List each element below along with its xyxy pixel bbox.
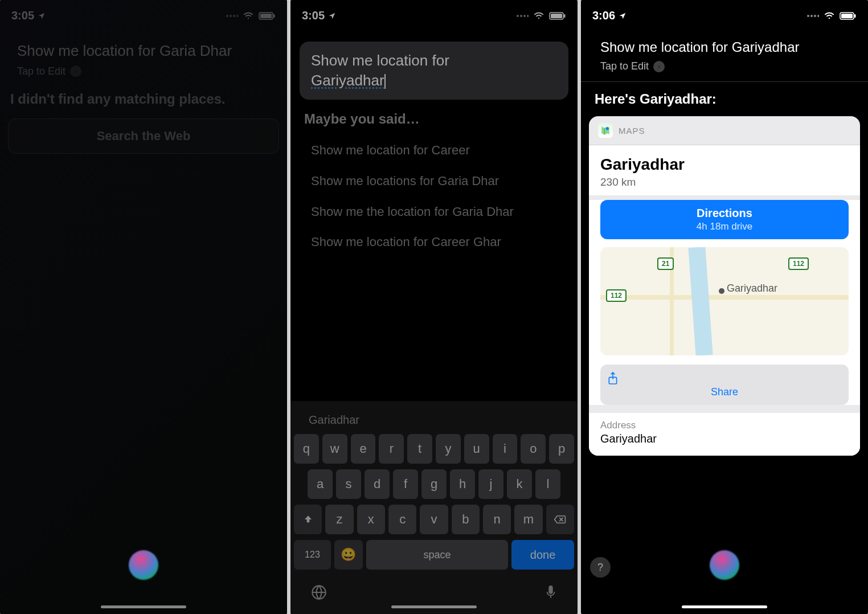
key-v[interactable]: v — [420, 505, 448, 534]
key-s[interactable]: s — [336, 469, 361, 499]
key-m[interactable]: m — [514, 505, 542, 534]
key-q[interactable]: q — [294, 434, 319, 464]
key-a[interactable]: a — [308, 469, 333, 499]
siri-orb-icon[interactable] — [710, 550, 739, 580]
key-space[interactable]: space — [366, 540, 508, 570]
route-shield: 21 — [657, 257, 674, 270]
svg-point-18 — [807, 15, 809, 17]
suggestion-item[interactable]: Show me locations for Garia Dhar — [306, 166, 562, 197]
siri-query-block[interactable]: Show me location for Gariyadhar Tap to E… — [581, 31, 868, 76]
svg-point-9 — [520, 15, 522, 17]
key-done[interactable]: done — [511, 540, 574, 570]
key-e[interactable]: e — [351, 434, 376, 464]
maps-app-icon — [598, 123, 613, 138]
search-the-web-button[interactable]: Search the Web — [8, 118, 279, 154]
key-d[interactable]: d — [365, 469, 390, 499]
maps-label: MAPS — [619, 126, 645, 136]
key-k[interactable]: k — [507, 469, 532, 499]
key-u[interactable]: u — [464, 434, 489, 464]
wifi-icon — [533, 12, 544, 20]
chevron-right-icon: › — [653, 61, 665, 72]
key-f[interactable]: f — [393, 469, 418, 499]
status-time: 3:06 — [592, 9, 615, 22]
key-y[interactable]: y — [436, 434, 461, 464]
battery-icon — [549, 12, 566, 20]
share-button[interactable]: Share — [600, 365, 849, 405]
globe-icon[interactable] — [311, 584, 327, 600]
home-indicator[interactable] — [101, 605, 186, 608]
key-w[interactable]: w — [322, 434, 347, 464]
siri-query-text: Show me location for Gariyadhar — [600, 38, 849, 56]
svg-point-19 — [810, 15, 813, 17]
status-bar: 3:05 — [290, 0, 578, 31]
siri-query-block[interactable]: Show me location for Garia Dhar Tap to E… — [0, 31, 287, 83]
text-cursor — [384, 74, 386, 89]
key-x[interactable]: x — [357, 505, 385, 534]
microphone-icon[interactable] — [544, 584, 557, 600]
directions-label: Directions — [607, 207, 842, 220]
key-r[interactable]: r — [379, 434, 404, 464]
cellular-icon — [516, 13, 529, 19]
map-preview[interactable]: 21 112 112 Gariyadhar — [600, 247, 849, 355]
route-shield: 112 — [788, 257, 809, 270]
tap-to-edit[interactable]: Tap to Edit › — [600, 60, 849, 72]
cellular-icon — [806, 13, 819, 19]
maybe-you-said-label: Maybe you said… — [290, 111, 578, 135]
map-city-label: Gariyadhar — [727, 283, 777, 294]
svg-rect-15 — [564, 14, 566, 18]
home-indicator[interactable] — [682, 605, 767, 608]
svg-point-12 — [538, 17, 539, 18]
map-road — [600, 295, 849, 300]
help-button[interactable]: ? — [590, 557, 611, 578]
key-shift[interactable] — [294, 505, 322, 534]
wifi-icon — [824, 12, 835, 20]
place-distance: 230 km — [600, 176, 849, 189]
maps-card: MAPS Gariyadhar 230 km Directions 4h 18m… — [589, 116, 860, 456]
key-b[interactable]: b — [452, 505, 480, 534]
key-i[interactable]: i — [493, 434, 518, 464]
svg-point-26 — [606, 127, 609, 130]
suggestion-item[interactable]: Show me the location for Garia Dhar — [306, 197, 562, 227]
share-icon — [607, 371, 842, 385]
siri-orb-icon[interactable] — [129, 550, 158, 580]
key-n[interactable]: n — [483, 505, 511, 534]
siri-query-text: Show me location for Garia Dhar — [17, 42, 270, 61]
key-g[interactable]: g — [421, 469, 447, 499]
edit-text-line1: Show me location for — [311, 52, 449, 69]
svg-point-21 — [817, 15, 819, 17]
siri-screen-no-results: 3:05 Show me location for Garia Dhar Tap… — [0, 0, 287, 614]
place-title: Gariyadhar — [600, 155, 849, 174]
suggestion-item[interactable]: Show me location for Career Ghar — [306, 227, 562, 257]
siri-edit-bubble[interactable]: Show me location for Gariyadhar — [300, 42, 568, 100]
key-z[interactable]: z — [325, 505, 353, 534]
autocomplete-bar[interactable]: Gariadhar — [294, 406, 574, 434]
key-l[interactable]: l — [535, 469, 560, 499]
key-c[interactable]: c — [388, 505, 416, 534]
svg-point-22 — [829, 17, 830, 18]
status-time: 3:05 — [302, 9, 325, 22]
key-emoji[interactable]: 😀 — [334, 540, 363, 570]
suggestion-item[interactable]: Show me location for Career — [306, 135, 562, 166]
route-shield: 112 — [606, 289, 627, 302]
key-backspace[interactable] — [546, 505, 574, 534]
key-t[interactable]: t — [407, 434, 432, 464]
directions-button[interactable]: Directions 4h 18m drive — [600, 200, 849, 239]
key-p[interactable]: p — [549, 434, 574, 464]
svg-rect-14 — [551, 14, 562, 18]
autocomplete-suggestion: Gariadhar — [309, 414, 359, 427]
svg-point-20 — [814, 15, 816, 17]
home-indicator[interactable] — [391, 605, 477, 608]
tap-to-edit[interactable]: Tap to Edit › — [17, 66, 270, 77]
location-icon — [328, 12, 336, 20]
svg-point-10 — [523, 15, 526, 17]
key-j[interactable]: j — [478, 469, 503, 499]
key-h[interactable]: h — [450, 469, 475, 499]
key-123[interactable]: 123 — [294, 540, 331, 570]
map-pin — [719, 288, 724, 294]
svg-point-11 — [527, 15, 529, 17]
maps-card-header[interactable]: MAPS — [589, 116, 860, 145]
svg-point-8 — [517, 15, 519, 17]
address-value: Gariyadhar — [600, 432, 849, 445]
status-bar: 3:06 — [581, 0, 868, 31]
key-o[interactable]: o — [521, 434, 546, 464]
